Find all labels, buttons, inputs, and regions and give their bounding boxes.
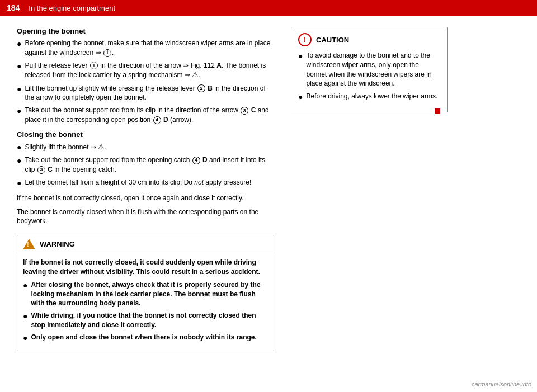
bullet-symbol: ● (17, 142, 21, 152)
closing-bonnet-title: Closing the bonnet (17, 130, 274, 139)
caution-title: CAUTION (316, 36, 349, 44)
warning-list-item: ● Only open and close the bonnet when th… (23, 333, 268, 344)
warning-title: WARNING (40, 240, 75, 248)
bullet-text: Take out the bonnet support rod from the… (25, 155, 274, 174)
paragraph-1: If the bonnet is not correctly closed, o… (17, 193, 274, 203)
caution-list-item: ● To avoid damage to the bonnet and to t… (298, 51, 440, 88)
bullet-symbol: ● (17, 155, 21, 166)
paragraph-2: The bonnet is correctly closed when it i… (17, 207, 274, 226)
caution-body: ● To avoid damage to the bonnet and to t… (298, 51, 440, 103)
list-item: ● Take out the bonnet support rod from t… (17, 155, 274, 174)
bullet-text: Let the bonnet fall from a height of 30 … (25, 178, 274, 187)
warning-header: WARNING (17, 235, 274, 253)
bullet-text: Take out the bonnet support rod from its… (25, 106, 274, 125)
list-item: ● Slightly lift the bonnet ⇒ ⚠. (17, 142, 274, 152)
warning-bullet-text: While driving, if you notice that the bo… (31, 311, 268, 330)
list-item: ● Let the bonnet fall from a height of 3… (17, 178, 274, 188)
warning-triangle-icon (23, 239, 35, 249)
circle-num-1: 1 (90, 62, 98, 69)
warning-list-item: ● After closing the bonnet, always check… (23, 280, 268, 308)
chapter-title: In the engine compartment (29, 4, 115, 12)
bullet-symbol: ● (23, 280, 27, 291)
fig-ref: Fig. 112 (191, 62, 215, 69)
circle-num-3: 3 (241, 107, 248, 115)
red-square-indicator (435, 108, 440, 114)
list-item: ● Pull the release lever 1 in the direct… (17, 61, 274, 81)
warning-box: WARNING If the bonnet is not correctly c… (17, 235, 274, 351)
list-item: ● Before opening the bonnet, make sure t… (17, 39, 274, 58)
right-column: ! CAUTION ● To avoid damage to the bonne… (291, 27, 447, 380)
list-item: ● Lift the bonnet up slightly while pres… (17, 84, 274, 103)
warning-list-item: ● While driving, if you notice that the … (23, 311, 268, 330)
bullet-symbol: ● (23, 333, 27, 344)
caution-icon: ! (298, 33, 312, 46)
bullet-symbol: ● (23, 311, 27, 322)
circle-num-3b: 3 (37, 166, 45, 174)
bullet-text: Lift the bonnet up slightly while pressi… (25, 84, 274, 103)
closing-bonnet-section: Closing the bonnet ● Slightly lift the b… (17, 130, 274, 188)
opening-bonnet-title: Opening the bonnet (17, 27, 274, 35)
bullet-text: Pull the release lever 1 in the directio… (25, 61, 274, 81)
bullet-symbol: ● (298, 51, 303, 62)
bullet-text: Slightly lift the bonnet ⇒ ⚠. (25, 142, 274, 152)
list-item: ● Take out the bonnet support rod from i… (17, 106, 274, 125)
page-header: 184 In the engine compartment (0, 0, 537, 16)
watermark: carmanualsonline.info (472, 381, 531, 388)
circle-num-4: 4 (153, 116, 161, 124)
warning-body: If the bonnet is not correctly closed, i… (17, 253, 274, 351)
warning-main-text: If the bonnet is not correctly closed, i… (23, 258, 268, 277)
bullet-symbol: ● (17, 61, 21, 71)
bullet-symbol: ● (17, 39, 21, 49)
opening-bonnet-section: Opening the bonnet ● Before opening the … (17, 27, 274, 125)
bullet-symbol: ● (298, 92, 303, 103)
caution-list-item: ● Before driving, always lower the wiper… (298, 92, 440, 103)
caution-bullet-text: Before driving, always lower the wiper a… (306, 92, 437, 101)
page-number: 184 (7, 3, 20, 12)
bullet-text: Before opening the bonnet, make sure tha… (25, 39, 274, 58)
warning-bullet-text: After closing the bonnet, always check t… (31, 280, 268, 308)
caution-header: ! CAUTION (298, 33, 440, 46)
left-column: Opening the bonnet ● Before opening the … (17, 27, 274, 380)
bullet-symbol: ● (17, 178, 21, 188)
bullet-symbol: ● (17, 106, 21, 116)
content-area: Opening the bonnet ● Before opening the … (0, 16, 537, 391)
warning-bullet-text: Only open and close the bonnet when ther… (31, 333, 256, 342)
circle-num-2: 2 (197, 84, 205, 92)
bullet-symbol: ● (17, 84, 21, 94)
circle-num-4b: 4 (192, 157, 200, 164)
caution-bullet-text: To avoid damage to the bonnet and to the… (306, 51, 440, 88)
caution-box: ! CAUTION ● To avoid damage to the bonne… (291, 27, 447, 112)
circle-ref: i (103, 49, 111, 57)
